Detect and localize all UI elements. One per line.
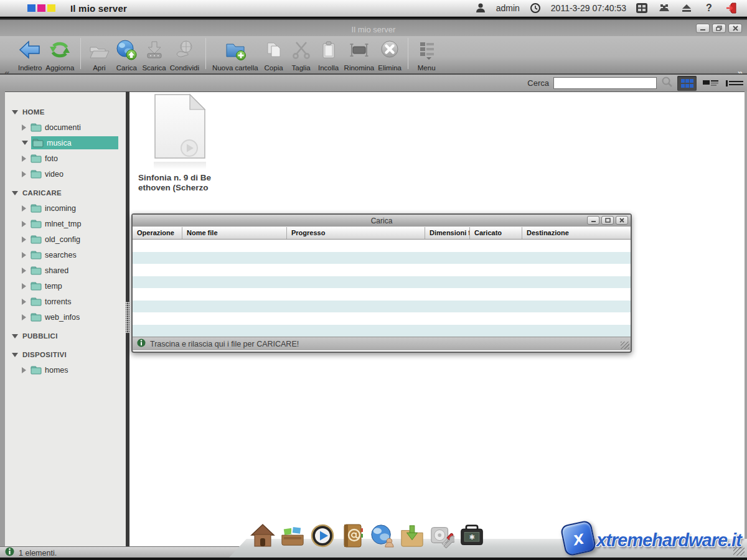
rename-button[interactable]: Rinomina: [342, 39, 377, 72]
section-header-dispositivi[interactable]: DISPOSITIVI: [5, 347, 126, 362]
dock-media-player-icon[interactable]: [310, 521, 335, 549]
back-button[interactable]: Indietro: [16, 39, 44, 72]
dialog-resize-grip[interactable]: [621, 342, 629, 349]
dialog-close-button[interactable]: [616, 216, 628, 225]
back-icon: [18, 39, 42, 63]
dialog-maximize-button[interactable]: [601, 216, 614, 225]
window-titlebar[interactable]: Il mio server: [0, 20, 747, 36]
copy-button[interactable]: Copia: [260, 39, 288, 72]
eject-icon[interactable]: [680, 2, 693, 14]
expand-triangle-icon[interactable]: [22, 268, 26, 274]
upload-dialog: Carica Operazione Nome file Progresso Di…: [131, 213, 632, 353]
section-header-caricare[interactable]: CARICARE: [5, 185, 126, 200]
dock-toolbox-icon[interactable]: ✱: [459, 521, 484, 549]
network-places-icon[interactable]: [657, 2, 671, 14]
restore-button[interactable]: [712, 24, 726, 33]
desktop-grid-icon[interactable]: [635, 2, 649, 14]
toolbar-separator: [205, 38, 206, 69]
expand-triangle-icon[interactable]: [22, 124, 26, 131]
file-tile-sinfonia[interactable]: Sinfonia n. 9 di Be ethoven (Scherzo: [133, 93, 227, 193]
sidebar-item-mlnet-tmp[interactable]: mlnet_tmp: [5, 216, 126, 231]
list-view-button[interactable]: [701, 76, 720, 91]
help-icon[interactable]: ?: [702, 2, 716, 14]
share-button[interactable]: Condividi: [168, 39, 201, 72]
expand-triangle-icon[interactable]: [22, 221, 26, 227]
folder-tree-sidebar: HOME documenti musica foto video: [5, 91, 126, 546]
expand-triangle-icon[interactable]: [22, 236, 26, 243]
open-button[interactable]: Apri: [85, 39, 113, 72]
clipboard-icon: [317, 39, 341, 63]
collapse-triangle-icon[interactable]: [12, 353, 18, 357]
cut-button[interactable]: Taglia: [288, 39, 315, 72]
dialog-minimize-button[interactable]: [587, 216, 599, 225]
upload-table-row: [133, 276, 631, 289]
expand-triangle-icon[interactable]: [22, 252, 26, 258]
upload-drop-area[interactable]: [133, 240, 631, 337]
expand-triangle-icon[interactable]: [22, 156, 26, 162]
sidebar-item-torrents[interactable]: torrents: [5, 294, 126, 309]
upload-table-row: [133, 264, 631, 276]
sidebar-item-video[interactable]: video: [5, 166, 126, 182]
close-button[interactable]: [728, 24, 742, 33]
collapse-triangle-icon[interactable]: [12, 191, 18, 195]
refresh-button[interactable]: Aggiorna: [44, 39, 76, 72]
dock-downloads-icon[interactable]: [400, 521, 425, 549]
detail-view-button[interactable]: [725, 76, 744, 91]
sidebar-item-old-config[interactable]: old_config: [5, 231, 126, 247]
expand-triangle-icon[interactable]: [22, 205, 26, 212]
collapse-triangle-icon[interactable]: [12, 334, 18, 338]
collapse-triangle-icon[interactable]: [22, 141, 28, 145]
upload-table-row: [133, 252, 631, 264]
minimize-button[interactable]: [696, 24, 710, 33]
column-header-caricato[interactable]: Caricato: [470, 227, 522, 239]
folder-icon: [31, 170, 42, 179]
search-input[interactable]: [553, 77, 657, 89]
collapse-triangle-icon[interactable]: [12, 110, 18, 114]
sidebar-item-foto[interactable]: foto: [5, 151, 126, 166]
expand-triangle-icon[interactable]: [22, 367, 26, 373]
expand-triangle-icon[interactable]: [22, 171, 26, 177]
sidebar-item-homes[interactable]: homes: [5, 362, 126, 378]
audio-file-icon[interactable]: [154, 93, 206, 162]
section-header-home[interactable]: HOME: [5, 105, 126, 119]
sidebar-item-searches[interactable]: searches: [5, 247, 126, 263]
column-header-dimensioni[interactable]: Dimensioni f: [425, 227, 470, 239]
logout-icon[interactable]: [725, 2, 738, 14]
expand-triangle-icon[interactable]: [22, 314, 26, 320]
sidebar-item-documenti[interactable]: documenti: [5, 119, 126, 135]
dock-home-icon[interactable]: [250, 521, 275, 549]
new-folder-button[interactable]: Nuova cartella: [210, 39, 260, 72]
dock-address-book-icon[interactable]: [340, 521, 365, 549]
column-header-nome-file[interactable]: Nome file: [182, 227, 287, 239]
sidebar-section-home: HOME documenti musica foto video: [5, 105, 126, 182]
download-button[interactable]: Scarica: [140, 39, 167, 72]
icon-view-button[interactable]: [677, 76, 697, 91]
sidebar-item-web-infos[interactable]: web_infos: [5, 309, 126, 325]
dialog-titlebar[interactable]: Carica: [133, 215, 631, 227]
upload-table-header: Operazione Nome file Progresso Dimension…: [133, 227, 631, 240]
dock-network-icon[interactable]: [370, 521, 395, 549]
open-folder-icon: [87, 39, 111, 63]
paste-button[interactable]: Incolla: [315, 39, 342, 72]
search-icon[interactable]: [661, 76, 673, 90]
search-label: Cerca: [527, 78, 549, 88]
sidebar-item-incoming[interactable]: incoming: [5, 200, 126, 216]
upload-button[interactable]: Carica: [113, 39, 140, 72]
expand-triangle-icon[interactable]: [22, 283, 26, 289]
sidebar-item-shared[interactable]: shared: [5, 263, 126, 278]
dock-disk-utility-icon[interactable]: [430, 521, 454, 549]
section-header-pubblici[interactable]: PUBBLICI: [5, 329, 126, 343]
column-header-destinazione[interactable]: Destinazione: [522, 227, 631, 239]
delete-button[interactable]: Elimina: [376, 39, 403, 72]
info-icon: [137, 338, 146, 350]
expand-triangle-icon[interactable]: [22, 299, 26, 305]
sidebar-item-temp[interactable]: temp: [5, 278, 126, 294]
folder-icon: [31, 204, 42, 213]
sidebar-item-musica[interactable]: musica: [5, 135, 126, 151]
dialog-title: Carica: [371, 217, 393, 225]
column-header-operazione[interactable]: Operazione: [133, 227, 182, 239]
column-header-progresso[interactable]: Progresso: [287, 227, 425, 239]
menu-button[interactable]: Menu: [413, 39, 440, 72]
datetime-text: 2011-3-29 07:40:53: [551, 3, 626, 13]
dock-photos-icon[interactable]: [280, 521, 305, 549]
